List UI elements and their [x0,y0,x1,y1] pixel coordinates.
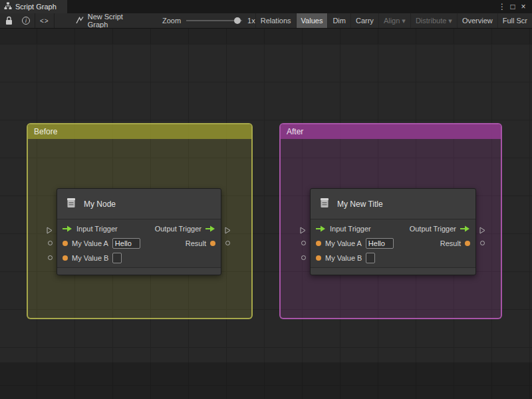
value-b-row: My Value B [57,251,221,265]
value-port-icon [465,241,470,246]
port-label: Input Trigger [76,225,118,233]
graph-name[interactable]: New Script Graph [76,13,145,29]
port-value-a[interactable]: My Value A [63,238,140,249]
flow-port-marker[interactable] [300,225,306,237]
flow-out-icon [205,225,215,232]
trigger-row: Input Trigger Output Trigger [57,221,221,236]
value-b-input[interactable] [112,253,122,263]
chevron-down-icon: ▾ [448,17,452,25]
unit-icon [318,196,331,212]
value-port-marker[interactable] [48,241,53,245]
port-result[interactable]: Result [186,239,215,247]
value-a-row: My Value A Result [311,236,475,251]
canvas-shade-bottom [0,362,532,399]
port-output-trigger[interactable]: Output Trigger [410,225,470,233]
node-body: Input Trigger Output Trigger My Value A [311,219,475,267]
value-port-icon [63,241,68,246]
node-title: My Node [84,200,116,209]
window-controls: ⋮ □ × [497,0,532,13]
value-port-icon [210,241,215,246]
window-menu-icon[interactable]: ⋮ [497,0,507,13]
trigger-row: Input Trigger Output Trigger [311,221,475,236]
canvas-shade-top [0,29,532,44]
group-after-header[interactable]: After [281,124,501,139]
port-label: My Value A [72,239,108,247]
value-port-marker[interactable] [301,255,306,260]
port-result[interactable]: Result [440,239,470,247]
tab-title: Script Graph [15,3,57,11]
value-a-row: My Value A Result [57,236,221,251]
flow-out-icon [460,225,470,232]
port-label: Output Trigger [155,225,201,233]
value-port-icon [63,255,68,261]
unit-node-before[interactable]: My Node Input Trigger Output Trigger [57,188,221,275]
maximize-icon[interactable]: □ [507,0,518,13]
lock-icon[interactable] [0,13,17,29]
toolbar-separator [54,13,55,29]
group-title: Before [34,127,57,136]
info-icon[interactable]: i [17,13,35,29]
port-value-a[interactable]: My Value A [316,238,394,249]
relations-button[interactable]: Relations [255,13,296,29]
unit-icon [65,196,78,212]
value-port-marker[interactable] [48,255,53,260]
port-label: My Value B [72,254,108,262]
graph-toolbar: i <> New Script Graph Zoom 1x Rel [0,13,532,29]
flow-port-marker[interactable] [225,225,231,237]
zoom-value: 1x [247,17,255,25]
group-before-header[interactable]: Before [28,124,251,139]
code-view-icon[interactable]: <> [35,13,54,29]
port-label: Input Trigger [330,225,371,233]
zoom-slider[interactable] [186,17,242,25]
tab-bar: Script Graph ⋮ □ × [0,0,532,13]
node-footer [57,267,221,275]
port-input-trigger[interactable]: Input Trigger [63,225,118,233]
port-label: Result [440,239,461,247]
port-output-trigger[interactable]: Output Trigger [155,225,215,233]
dim-button[interactable]: Dim [327,13,350,29]
chevron-down-icon: ▾ [402,17,406,25]
carry-button[interactable]: Carry [350,13,378,29]
value-port-marker[interactable] [301,241,306,245]
flow-port-marker[interactable] [47,225,53,237]
value-a-input[interactable] [366,238,394,249]
value-port-marker[interactable] [225,241,230,245]
value-port-icon [316,241,321,246]
flow-port-marker[interactable] [479,225,485,237]
port-input-trigger[interactable]: Input Trigger [316,225,371,233]
node-footer [311,267,475,275]
port-label: My Value A [325,239,362,247]
close-icon[interactable]: × [518,0,529,13]
value-port-marker[interactable] [480,241,485,245]
group-title: After [287,127,303,136]
value-b-input[interactable] [366,253,375,263]
script-graph-icon [4,1,12,13]
node-body: Input Trigger Output Trigger My Value A [57,219,221,267]
port-value-b[interactable]: My Value B [316,253,375,263]
distribute-button[interactable]: Distribute ▾ [410,13,457,29]
value-a-input[interactable] [112,238,140,249]
node-header[interactable]: My Node [57,189,221,219]
zoom-control: Zoom 1x [162,17,255,25]
graph-name-label: New Script Graph [88,13,145,29]
align-button[interactable]: Align ▾ [378,13,410,29]
zoom-slider-knob[interactable] [234,17,241,24]
fullscreen-button[interactable]: Full Scr [497,13,532,29]
overview-button[interactable]: Overview [457,13,497,29]
zoom-label: Zoom [162,17,181,25]
values-button[interactable]: Values [296,13,328,29]
flow-in-icon [63,225,72,232]
script-graph-window: Script Graph ⋮ □ × i <> [0,0,532,399]
port-value-b[interactable]: My Value B [63,253,122,263]
toolbar-buttons: Relations Values Dim Carry Align ▾ Distr… [255,13,532,29]
port-label: My Value B [325,254,362,262]
flow-in-icon [316,225,326,232]
node-header[interactable]: My New Title [311,189,475,219]
unit-node-after[interactable]: My New Title Input Trigger Output Trigge… [310,188,476,275]
value-port-icon [316,255,321,261]
port-label: Output Trigger [410,225,456,233]
graph-canvas[interactable]: Before After My Node [0,29,532,399]
tab-script-graph[interactable]: Script Graph [0,0,67,13]
graph-asset-icon [76,16,84,25]
port-label: Result [186,239,206,247]
